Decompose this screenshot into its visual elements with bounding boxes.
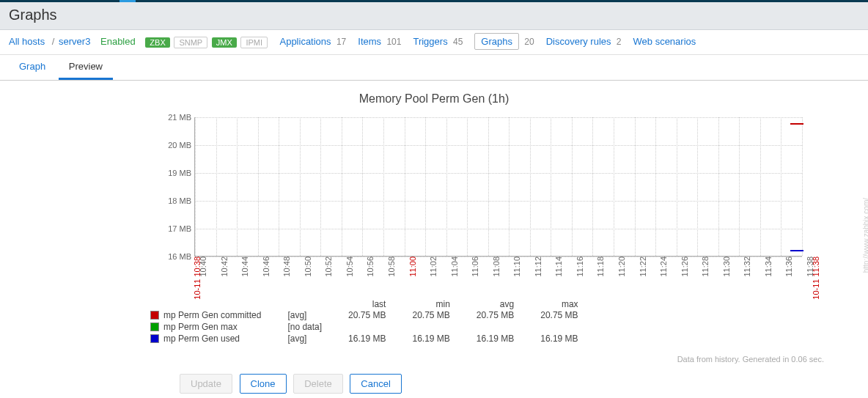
gridline-v bbox=[530, 117, 531, 256]
gridline-v bbox=[195, 117, 196, 256]
badge-ipmi: IPMI bbox=[240, 37, 268, 48]
gridline-v bbox=[614, 117, 614, 256]
data-marker bbox=[790, 250, 803, 251]
nav-count: 45 bbox=[451, 37, 463, 47]
delete-button: Delete bbox=[293, 374, 343, 394]
legend-value-min: 20.75 MB bbox=[399, 309, 463, 321]
x-end-label: 10-11 11:38 bbox=[812, 257, 820, 300]
tab-preview[interactable]: Preview bbox=[59, 55, 113, 80]
legend-table: lastminavgmax mp Perm Gen committed[avg]… bbox=[150, 299, 592, 344]
nav-count: 101 bbox=[384, 37, 401, 47]
x-tick-label: 11:00 bbox=[408, 257, 417, 277]
x-tick-label: 10:58 bbox=[387, 257, 396, 277]
gridline-v bbox=[697, 117, 698, 256]
nav-item-items[interactable]: Items 101 bbox=[358, 36, 401, 47]
gridline-v bbox=[592, 117, 593, 256]
breadcrumb-all-hosts[interactable]: All hosts bbox=[9, 36, 45, 47]
tab-graph[interactable]: Graph bbox=[9, 55, 56, 78]
breadcrumb-host[interactable]: server3 bbox=[59, 36, 90, 47]
gridline-v bbox=[635, 117, 636, 256]
x-tick-label: 11:36 bbox=[784, 257, 793, 277]
legend-series-name: mp Perm Gen committed bbox=[163, 310, 261, 320]
legend-header: last bbox=[335, 299, 399, 309]
gridline-v bbox=[258, 117, 259, 256]
x-tick-label: 11:14 bbox=[554, 257, 563, 277]
badge-snmp: SNMP bbox=[174, 37, 207, 48]
nav-link[interactable]: Triggers bbox=[413, 36, 447, 47]
gridline-v bbox=[572, 117, 573, 256]
legend-value-min bbox=[399, 321, 463, 333]
footer-note: Data from history. Generated in 0.06 sec… bbox=[22, 355, 846, 364]
gridline-v bbox=[781, 117, 781, 256]
chart-xlabels: 10-11 10:3810:4010:4210:4410:4610:4810:5… bbox=[194, 257, 802, 286]
legend-agg: [no data] bbox=[274, 321, 335, 333]
x-tick-label: 11:18 bbox=[596, 257, 605, 277]
gridline-v bbox=[405, 117, 405, 256]
x-tick-label: 10:44 bbox=[240, 257, 249, 277]
legend-agg: [avg] bbox=[274, 333, 335, 344]
nav-link[interactable]: Discovery rules bbox=[546, 36, 611, 47]
nav-count: 17 bbox=[334, 37, 347, 47]
y-tick-label: 18 MB bbox=[162, 196, 191, 205]
gridline-v bbox=[216, 117, 217, 256]
nav-item-web-scenarios[interactable]: Web scenarios bbox=[633, 36, 699, 47]
legend-row: mp Perm Gen committed[avg]20.75 MB20.75 … bbox=[150, 309, 592, 321]
x-tick-label: 11:22 bbox=[639, 257, 647, 277]
x-tick-label: 11:24 bbox=[659, 257, 668, 277]
data-marker bbox=[790, 123, 803, 125]
host-enabled-label: Enabled bbox=[100, 36, 136, 47]
update-button: Update bbox=[180, 374, 232, 394]
x-tick-label: 10:50 bbox=[304, 257, 312, 277]
x-tick-label: 10:40 bbox=[199, 257, 207, 277]
legend-value-avg: 20.75 MB bbox=[463, 309, 527, 321]
x-tick-label: 11:02 bbox=[429, 257, 438, 277]
cancel-button[interactable]: Cancel bbox=[350, 374, 401, 394]
x-tick-label: 11:28 bbox=[701, 257, 710, 277]
legend-series-name: mp Perm Gen used bbox=[163, 333, 240, 344]
x-tick-label: 11:12 bbox=[534, 257, 542, 277]
gridline-v bbox=[760, 117, 761, 256]
x-tick-label: 10:54 bbox=[345, 257, 354, 277]
gridline-v bbox=[739, 117, 740, 256]
legend-swatch bbox=[150, 323, 159, 331]
gridline-v bbox=[488, 117, 489, 256]
gridline-h bbox=[195, 117, 802, 118]
nav-link[interactable]: Items bbox=[358, 36, 381, 47]
nav-item-graphs[interactable]: Graphs 20 bbox=[474, 36, 534, 47]
x-tick-label: 11:34 bbox=[764, 257, 773, 277]
x-tick-label: 11:26 bbox=[680, 257, 689, 277]
gridline-v bbox=[467, 117, 468, 256]
nav-link[interactable]: Applications bbox=[279, 36, 331, 47]
topbar bbox=[0, 0, 868, 2]
chart-title: Memory Pool Perm Gen (1h) bbox=[22, 92, 846, 106]
gridline-v bbox=[362, 117, 363, 256]
legend-series-name: mp Perm Gen max bbox=[163, 322, 238, 332]
gridline-v bbox=[551, 117, 551, 256]
x-tick-label: 11:04 bbox=[450, 257, 459, 277]
badge-zbx[interactable]: ZBX bbox=[145, 37, 169, 48]
legend-swatch bbox=[150, 311, 159, 320]
y-tick-label: 19 MB bbox=[162, 169, 191, 177]
page-title: Graphs bbox=[9, 7, 859, 23]
x-tick-label: 11:20 bbox=[617, 257, 626, 277]
legend-value-last: 16.19 MB bbox=[335, 333, 399, 344]
breadcrumb-sep: / bbox=[52, 36, 55, 47]
chart-area: 16 MB17 MB18 MB19 MB20 MB21 MB 10-11 10:… bbox=[158, 110, 802, 264]
page-title-bar: Graphs bbox=[0, 2, 868, 30]
watermark: http://www.zabbix.com/ bbox=[862, 198, 868, 273]
x-tick-label: 10:48 bbox=[282, 257, 291, 277]
nav-item-applications[interactable]: Applications 17 bbox=[279, 36, 346, 47]
nav-link[interactable]: Graphs bbox=[474, 33, 519, 50]
nav-item-triggers[interactable]: Triggers 45 bbox=[413, 36, 463, 47]
y-tick-label: 20 MB bbox=[162, 141, 191, 150]
x-tick-label: 10:56 bbox=[366, 257, 375, 277]
x-tick-label: 11:06 bbox=[471, 257, 479, 277]
clone-button[interactable]: Clone bbox=[240, 374, 287, 394]
x-tick-label: 11:10 bbox=[512, 257, 521, 277]
legend-value-max: 16.19 MB bbox=[527, 333, 591, 344]
legend-agg: [avg] bbox=[274, 309, 335, 321]
host-nav: All hosts / server3 Enabled ZBX SNMP JMX… bbox=[0, 30, 868, 55]
nav-link[interactable]: Web scenarios bbox=[633, 36, 696, 47]
badge-jmx[interactable]: JMX bbox=[212, 37, 237, 48]
nav-item-discovery-rules[interactable]: Discovery rules 2 bbox=[546, 36, 622, 47]
